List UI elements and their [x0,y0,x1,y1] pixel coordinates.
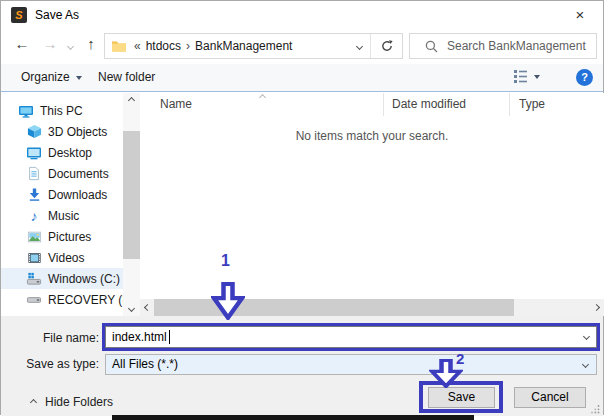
refresh-icon [380,39,394,53]
new-folder-label: New folder [98,70,155,84]
help-button[interactable]: ? [576,69,593,86]
list-view-icon [513,69,528,84]
annotation-highlight-file-name [102,323,600,351]
sidebar-item-label: Music [48,209,79,223]
sidebar-item-windows-c[interactable]: Windows (C:) [1,268,123,289]
sublime-text-app-icon: S [11,7,27,23]
breadcrumb-segment-bankmanagement[interactable]: BankManagement [192,39,295,53]
forward-button[interactable]: → [37,31,63,57]
picture-icon [26,229,42,245]
address-dropdown-button[interactable] [348,34,370,58]
desktop-icon [26,145,42,161]
recent-locations-button[interactable] [62,31,78,57]
music-note-icon: ♪ [26,208,42,224]
sidebar-item-documents[interactable]: Documents [1,163,123,184]
dialog-footer: File name: Save as type: All Files (*.*)… [1,316,603,416]
scrollbar-thumb[interactable] [154,299,514,316]
drive-icon [26,292,42,308]
change-view-button[interactable] [513,69,540,84]
document-icon [26,166,42,182]
search-input[interactable] [410,34,596,58]
search-box [409,33,597,59]
breadcrumb-segment-htdocs[interactable]: htdocs [143,39,184,53]
sidebar-scrollbar[interactable] [123,93,140,316]
scroll-up-button[interactable] [123,93,140,108]
hide-folders-label: Hide Folders [45,395,113,409]
column-header-row: Name Date modified Type [140,93,604,116]
sidebar-item-label: This PC [40,104,83,118]
screenshot-stage: S Save As × ← → ↑ « htdocs › BankManagem… [0,0,604,420]
up-arrow-icon: ↑ [87,35,95,52]
navigation-bar: ← → ↑ « htdocs › BankManagement [1,31,603,61]
column-header-type[interactable]: Type [510,93,604,116]
file-list: Name Date modified Type No items match y… [140,93,604,299]
file-name-label: File name: [1,328,99,349]
chevron-up-icon [128,97,135,104]
address-bar[interactable]: « htdocs › BankManagement [104,33,403,59]
sidebar-item-3d-objects[interactable]: 3D Objects [1,121,123,142]
title-bar: S Save As × [1,1,603,29]
scroll-down-button[interactable] [123,301,140,316]
sidebar-item-music[interactable]: ♪ Music [1,205,123,226]
sidebar-item-downloads[interactable]: Downloads [1,184,123,205]
annotation-arrow-2-icon [429,359,463,388]
caret-down-icon [534,75,540,79]
hide-folders-button[interactable]: Hide Folders [31,392,113,412]
question-mark-icon: ? [581,71,588,83]
video-icon [26,250,42,266]
sidebar-item-label: Documents [48,167,109,181]
cancel-button[interactable]: Cancel [514,387,586,408]
download-arrow-icon [26,187,42,203]
caret-down-icon [76,76,82,80]
breadcrumb-separator-icon: › [184,39,192,53]
annotation-step-1: 1 [221,252,230,270]
background-window-edge [112,415,474,420]
windows-drive-icon [26,271,42,287]
sidebar-item-recovery-d[interactable]: RECOVERY (D:) [1,289,123,310]
organize-label: Organize [21,70,70,84]
organize-button[interactable]: Organize [21,64,82,91]
sidebar-item-label: Windows (C:) [48,272,120,286]
back-button[interactable]: ← [9,31,35,57]
computer-icon [18,103,34,119]
resize-grip[interactable] [590,404,600,414]
column-header-date-modified[interactable]: Date modified [384,93,510,116]
save-as-type-label: Save as type: [1,354,99,375]
sidebar-item-label: RECOVERY (D:) [48,293,123,307]
sidebar-item-label: Videos [48,251,84,265]
chevron-right-icon [593,304,600,311]
text-caret [169,330,170,344]
save-as-type-value: All Files (*.*) [112,357,178,371]
back-arrow-icon: ← [15,35,30,52]
scrollbar-thumb[interactable] [123,131,140,259]
chevron-up-icon [30,398,37,405]
file-name-input[interactable] [105,326,597,348]
cube-icon [26,124,42,140]
chevron-left-icon [144,304,151,311]
close-button[interactable]: × [559,1,601,29]
save-button[interactable]: Save [428,387,495,408]
chevron-down-icon [128,305,135,312]
sidebar-item-pictures[interactable]: Pictures [1,226,123,247]
new-folder-button[interactable]: New folder [98,64,155,91]
save-as-dialog: S Save As × ← → ↑ « htdocs › BankManagem… [0,0,604,415]
horizontal-scrollbar[interactable] [140,299,604,316]
forward-arrow-icon: → [43,35,58,52]
window-title: Save As [35,1,79,29]
chevron-down-icon [355,42,362,49]
sidebar-item-this-pc[interactable]: This PC [1,100,123,121]
empty-state-message: No items match your search. [140,129,604,143]
folder-icon [111,38,127,54]
navigation-pane: This PC 3D Objects Desktop Documents Dow… [1,93,123,316]
sidebar-item-desktop[interactable]: Desktop [1,142,123,163]
chevron-down-icon [66,43,73,50]
command-toolbar: Organize New folder ? [1,64,603,92]
up-button[interactable]: ↑ [78,31,104,57]
breadcrumb-collapsed-indicator[interactable]: « [132,39,143,53]
save-as-type-select[interactable]: All Files (*.*) [105,354,597,375]
refresh-button[interactable] [371,34,402,58]
scroll-left-button[interactable] [140,299,155,316]
sidebar-item-videos[interactable]: Videos [1,247,123,268]
scroll-right-button[interactable] [589,299,604,316]
close-icon: × [576,6,585,23]
